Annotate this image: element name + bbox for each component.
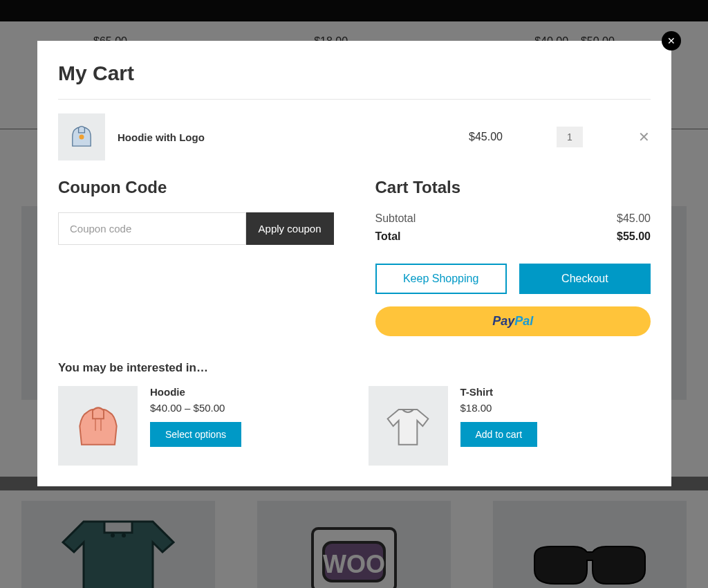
cart-item-name: Hoodie with Logo (118, 131, 456, 143)
paypal-button[interactable]: PayPal (375, 306, 651, 336)
paypal-logo-pay: Pay (492, 314, 514, 328)
modal-title: My Cart (58, 62, 651, 85)
divider (58, 99, 651, 100)
cart-item-price: $45.00 (469, 131, 503, 143)
checkout-button[interactable]: Checkout (519, 264, 651, 294)
total-label: Total (375, 230, 401, 243)
close-button[interactable]: ✕ (662, 31, 681, 50)
cart-modal: ✕ My Cart Hoodie with Logo $45.00 ✕ Coup… (37, 41, 671, 486)
apply-coupon-button[interactable]: Apply coupon (246, 212, 334, 245)
total-value: $55.00 (617, 230, 651, 243)
subtotal-label: Subtotal (375, 212, 416, 225)
close-icon: ✕ (667, 35, 676, 46)
totals-heading: Cart Totals (375, 178, 651, 197)
product-thumbnail[interactable] (58, 113, 105, 160)
remove-item-button[interactable]: ✕ (637, 129, 651, 145)
suggest-name: T-Shirt (460, 386, 494, 398)
close-icon: ✕ (638, 129, 650, 145)
subtotal-value: $45.00 (617, 212, 651, 225)
select-options-button[interactable]: Select options (150, 422, 241, 447)
paypal-logo-pal: Pal (514, 314, 533, 328)
product-thumbnail[interactable] (369, 386, 448, 466)
suggest-item: Hoodie $40.00 – $50.00 Select options (58, 386, 341, 466)
coupon-section: Coupon Code Apply coupon (58, 178, 334, 336)
quantity-input[interactable] (557, 127, 583, 147)
suggest-item: T-Shirt $18.00 Add to cart (369, 386, 651, 466)
suggest-price: $40.00 – $50.00 (150, 402, 225, 414)
svg-point-5 (79, 134, 84, 139)
keep-shopping-button[interactable]: Keep Shopping (375, 264, 507, 294)
add-to-cart-button[interactable]: Add to cart (460, 422, 538, 447)
product-thumbnail[interactable] (58, 386, 138, 466)
cart-item-row: Hoodie with Logo $45.00 ✕ (58, 113, 651, 160)
suggestions-heading: You may be interested in… (58, 361, 651, 375)
coupon-heading: Coupon Code (58, 178, 334, 197)
suggest-name: Hoodie (150, 386, 185, 398)
coupon-input[interactable] (58, 212, 246, 245)
cart-totals-section: Cart Totals Subtotal $45.00 Total $55.00… (375, 178, 651, 336)
suggest-price: $18.00 (460, 402, 492, 414)
